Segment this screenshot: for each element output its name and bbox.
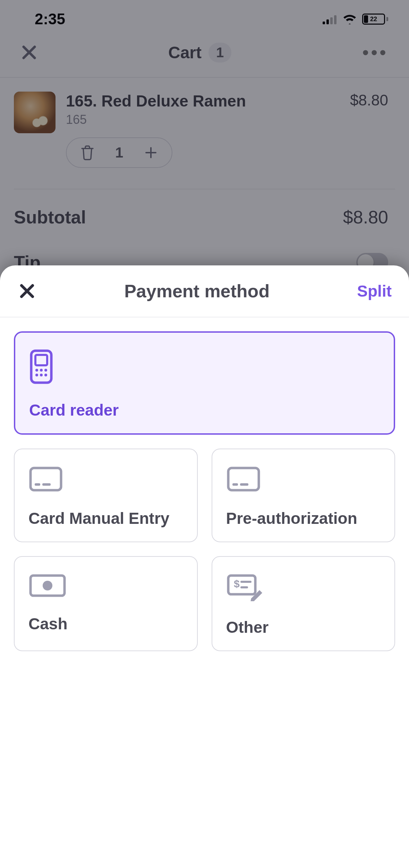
payment-options: Card reader Card Manual Entry Pre-author… xyxy=(0,317,409,665)
card-icon xyxy=(226,466,381,494)
option-card-manual[interactable]: Card Manual Entry xyxy=(14,449,198,542)
cash-icon xyxy=(28,573,183,599)
svg-point-19 xyxy=(43,581,52,590)
svg-text:$: $ xyxy=(234,578,240,589)
svg-point-9 xyxy=(35,374,38,376)
option-card-reader[interactable]: Card reader xyxy=(14,331,395,435)
option-label: Card Manual Entry xyxy=(28,509,183,528)
close-sheet-button[interactable] xyxy=(17,281,37,301)
svg-point-7 xyxy=(40,369,43,372)
svg-rect-16 xyxy=(232,483,238,486)
card-icon xyxy=(28,466,183,494)
option-label: Pre-authorization xyxy=(226,509,381,528)
payment-method-sheet: Payment method Split Card reader Card Ma… xyxy=(0,265,409,868)
sheet-header: Payment method Split xyxy=(0,265,409,317)
option-label: Card reader xyxy=(29,401,380,419)
card-reader-icon xyxy=(29,349,380,385)
svg-rect-20 xyxy=(228,576,255,594)
svg-point-6 xyxy=(35,369,38,372)
svg-rect-14 xyxy=(42,483,51,486)
option-cash[interactable]: Cash xyxy=(14,556,198,651)
svg-rect-5 xyxy=(35,355,47,365)
svg-point-10 xyxy=(40,374,43,376)
svg-point-11 xyxy=(44,374,47,376)
split-button[interactable]: Split xyxy=(357,282,392,300)
option-preauth[interactable]: Pre-authorization xyxy=(212,449,395,542)
svg-rect-15 xyxy=(228,468,259,490)
sheet-title: Payment method xyxy=(124,281,270,301)
svg-rect-17 xyxy=(240,483,248,486)
option-label: Cash xyxy=(28,614,183,633)
svg-rect-13 xyxy=(35,483,40,486)
svg-rect-12 xyxy=(31,468,61,490)
other-payment-icon: $ xyxy=(226,573,381,603)
svg-point-8 xyxy=(44,369,47,372)
option-label: Other xyxy=(226,618,381,637)
option-other[interactable]: $ Other xyxy=(212,556,395,651)
